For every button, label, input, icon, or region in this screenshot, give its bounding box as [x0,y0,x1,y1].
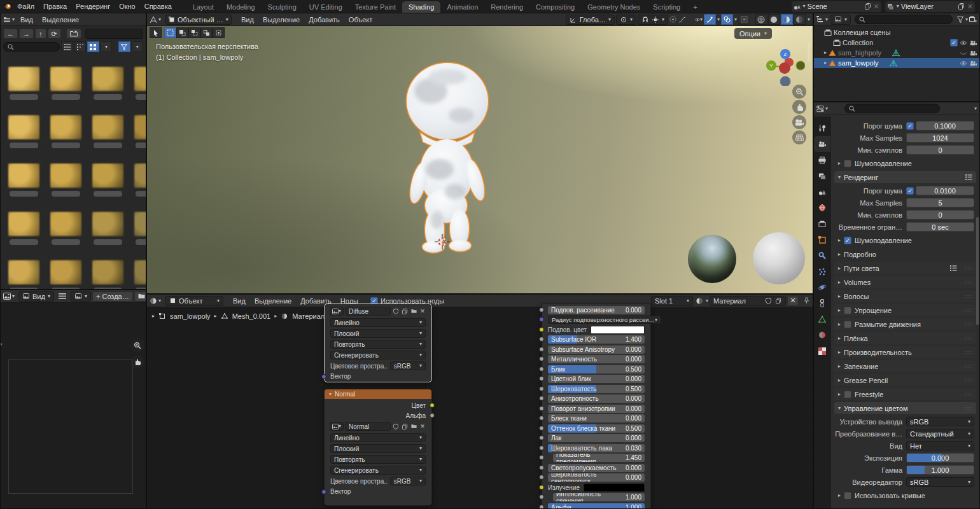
topbar-menu-Файл[interactable]: Файл [13,1,39,11]
rendered-shading-button[interactable] [794,14,806,25]
chevron-down-icon[interactable]: ▾ [12,294,15,299]
blender-logo-icon[interactable] [4,3,11,10]
shader-type-dropdown[interactable]: Объект ▾ [165,296,223,306]
file-thumbnail[interactable] [134,164,146,188]
pan-tool-button[interactable] [130,355,144,369]
node-canvas[interactable]: ▸ sam_lowpoly ▸ Mesh_0.001 ▸ Материал ▾D… [147,307,813,508]
copy-icon[interactable] [958,3,965,10]
select-lasso-tool-button[interactable] [200,27,213,38]
properties-tab-material[interactable] [814,327,830,343]
unlink-material-button[interactable]: ✕ [787,296,799,306]
new-image-button[interactable]: + Созда… [92,291,133,302]
section-Размытие движения[interactable]: ▸Размытие движения:::: [834,318,976,330]
prop-value-field[interactable]: 0.0100 [916,186,974,195]
bsdf-slider-Интенсивность свечения[interactable]: Интенсивность свечения1.000 [553,493,645,501]
eye-icon[interactable] [960,59,967,67]
section-Волосы[interactable]: ▸Волосы:::: [834,290,976,302]
file-thumbnail[interactable] [50,212,81,236]
chevron-down-icon[interactable]: ▾ [158,17,161,22]
chevron-down-icon[interactable]: ▾ [825,17,828,22]
input-socket[interactable] [539,465,544,470]
topbar-menu-Правка[interactable]: Правка [39,1,71,11]
prop-value-field[interactable]: 0 [906,210,974,220]
presets-icon[interactable] [965,174,972,181]
bsdf-slider-Оттенок блеска ткани[interactable]: Оттенок блеска ткани0.500 [548,424,645,433]
file-browser-menu-Вид[interactable]: Вид [16,15,38,25]
expand-arrow[interactable]: ▸ [824,60,827,66]
node-enum-Плоский[interactable]: Плоский▾ [330,329,426,338]
material-datablock-icon[interactable] [696,297,703,305]
input-socket[interactable] [539,435,544,440]
properties-tab-tool[interactable] [814,120,830,136]
bsdf-slider-Альфа[interactable]: Альфа1.000 [548,503,645,509]
bsdf-slider-Шероховатость[interactable]: Шероховатость0.500 [548,385,645,393]
bsdf-slider-Металличность[interactable]: Металличность0.000 [548,355,645,363]
bsdf-slider-Показатель преломления[interactable]: Показатель преломления1.450 [553,454,645,462]
material-slot-dropdown[interactable]: Slot 1 ▾ [651,296,693,306]
drag-handle[interactable]: :::: [964,335,972,341]
input-socket[interactable] [539,347,544,352]
unlink-icon[interactable]: ✕ [419,422,426,430]
properties-scrollbar[interactable] [976,217,979,325]
viewport-camera-button[interactable] [792,115,806,129]
properties-tab-scene[interactable] [814,184,830,200]
falloff-curve-icon[interactable] [678,16,686,24]
file-thumbnail[interactable] [50,164,81,188]
file-thumbnail[interactable] [92,212,123,236]
principled-bsdf-node[interactable]: Подпов. рассеивание0.000Радиус подповерх… [542,303,651,509]
collapsed-menus-icon[interactable] [59,293,66,300]
properties-tab-particles[interactable] [814,263,830,279]
input-socket[interactable] [539,475,544,480]
solid-shading-button[interactable] [768,14,780,25]
input-socket[interactable] [539,396,544,401]
node-enum-Повторять[interactable]: Повторять▾ [330,340,426,349]
proportional-editing-icon[interactable] [669,16,677,24]
file-search-input[interactable] [3,42,60,52]
image-name-field[interactable]: Diffuse [345,307,391,316]
section-checkbox[interactable] [844,307,851,314]
vector-socket[interactable] [321,374,326,379]
file-thumbnail[interactable] [8,212,39,236]
close-icon[interactable]: ✕ [967,3,973,11]
node-enum-Сгенерировать[interactable]: Сгенерировать▾ [330,466,426,475]
chevron-down-icon[interactable]: ▾ [158,298,161,303]
section-Шумоподавление[interactable]: ▸✓Шумоподавление [834,234,976,246]
drag-handle[interactable]: :::: [964,349,972,355]
node-enum-Плоский[interactable]: Плоский▾ [330,444,426,453]
prop-value-field[interactable]: 0 sec [906,222,974,232]
display-horizontal-list-icon[interactable] [74,41,86,52]
prop-checkbox[interactable]: ✓ [906,122,914,130]
image-editor-canvas[interactable]: › [1,303,146,508]
prop-value-field[interactable]: 5 [906,198,974,207]
bsdf-slider-Анизотропность[interactable]: Анизотропность0.000 [548,394,645,403]
outliner-row-sam_lowpoly[interactable]: ▸sam_lowpoly [814,58,979,68]
pin-icon[interactable] [802,297,810,305]
path-field[interactable] [85,29,143,39]
section-checkbox[interactable] [844,321,851,328]
colorspace-dropdown[interactable]: sRGB▾ [390,361,426,370]
section-Производительность[interactable]: ▸Производительность:::: [834,346,976,358]
properties-tab-output[interactable] [814,152,830,168]
forward-button[interactable]: → [19,29,34,39]
material-preview-button[interactable] [781,14,793,25]
input-socket[interactable] [539,337,544,342]
image-browse-dropdown[interactable]: ▾ [330,422,344,431]
drag-handle[interactable]: :::: [964,279,972,285]
properties-tab-data[interactable] [814,311,830,327]
outliner-search-input[interactable] [855,15,953,24]
section-checkbox[interactable] [844,492,851,499]
outliner-filter-id-dropdown[interactable]: ▾ [830,15,851,25]
workspace-tab-Shading[interactable]: Shading [402,1,440,13]
section-Volumes[interactable]: ▸Volumes:::: [834,276,976,288]
file-thumbnail[interactable] [92,67,123,91]
copy-icon[interactable] [401,422,409,430]
render-visibility-icon[interactable] [969,39,977,46]
filter-button[interactable] [118,41,130,52]
image-texture-node-normal[interactable]: ▾NormalЦветАльфа▾Normal✕Линейно▾Плоский▾… [324,389,432,506]
input-socket[interactable] [539,415,544,421]
viewport-menu-Добавить[interactable]: Добавить [304,15,344,25]
prop-value-field[interactable]: 1024 [906,133,974,143]
node-enum-Повторять[interactable]: Повторять▾ [330,455,426,464]
file-thumbnail[interactable] [134,212,146,236]
workspace-tab-Animation[interactable]: Animation [440,1,484,13]
